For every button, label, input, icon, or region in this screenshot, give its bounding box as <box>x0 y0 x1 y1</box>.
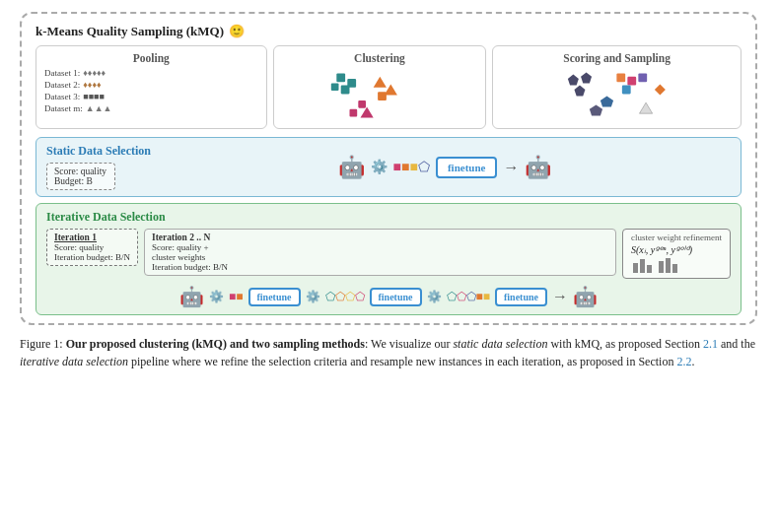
iterative-section: Iterative Data Selection Iteration 1 Sco… <box>35 203 742 315</box>
static-title: Static Data Selection <box>46 144 151 159</box>
kmq-diagram: k-Means Quality Sampling (kMQ) 🙂 Pooling… <box>20 12 757 325</box>
svg-rect-0 <box>336 74 345 83</box>
arrow-iter-final: → <box>552 288 568 305</box>
svg-rect-3 <box>330 83 338 91</box>
cluster-weight-formula: S(xᵢ, yᵍᵉⁿ, yᵍᵒˡᵈ) <box>631 244 722 255</box>
svg-marker-9 <box>360 107 373 118</box>
gear-iter-1: ⚙️ <box>209 290 224 304</box>
svg-rect-6 <box>378 92 387 100</box>
iter2n-title: Iteration 2 .. N <box>152 233 608 242</box>
static-flow: Score: quality Budget: B <box>46 163 151 190</box>
svg-rect-26 <box>672 264 677 273</box>
svg-rect-24 <box>659 261 664 273</box>
robot-icon-2: 🤖 <box>525 155 551 180</box>
pooling-dataset-m: Dataset m: ▲▲▲ <box>44 103 258 113</box>
iteration-1-box: Iteration 1 Score: quality Iteration bud… <box>46 229 138 266</box>
svg-marker-20 <box>590 104 602 115</box>
svg-rect-2 <box>340 86 349 95</box>
main-figure-container: k-Means Quality Sampling (kMQ) 🙂 Pooling… <box>20 12 757 370</box>
finetune-button-iter-3[interactable]: finetune <box>495 288 547 306</box>
gear-iter-2: ⚙️ <box>306 290 320 304</box>
finetune-button-static[interactable]: finetune <box>436 157 498 178</box>
static-shapes: ■■■⬠ <box>393 159 430 175</box>
robot-iter-final: 🤖 <box>573 285 598 308</box>
svg-rect-21 <box>633 263 638 273</box>
static-info-box: Score: quality Budget: B <box>46 163 115 190</box>
scoring-svg <box>501 68 733 122</box>
scoring-title: Scoring and Sampling <box>563 52 671 64</box>
section-link-2-1[interactable]: 2.1 <box>703 337 718 351</box>
svg-rect-7 <box>358 100 366 108</box>
svg-rect-8 <box>349 109 357 117</box>
finetune-button-iter-1[interactable]: finetune <box>248 288 301 306</box>
pooling-panel: Pooling Dataset 1: ♦♦♦♦♦ Dataset 2: ♦♦♦♦… <box>35 45 267 129</box>
svg-marker-12 <box>575 86 586 97</box>
clustering-svg <box>282 68 478 122</box>
svg-marker-19 <box>600 97 613 107</box>
svg-marker-11 <box>581 72 592 83</box>
caption-italic-2: iterative data selection <box>20 355 128 368</box>
svg-rect-23 <box>647 265 652 273</box>
figure-title: k-Means Quality Sampling (kMQ) 🙂 <box>35 24 742 39</box>
pooling-title: Pooling <box>44 52 258 64</box>
section-link-2-2[interactable]: 2.2 <box>676 355 691 368</box>
robot-iter-1: 🤖 <box>179 285 204 308</box>
svg-rect-15 <box>639 74 648 83</box>
figure-caption: Figure 1: Our proposed clustering (kMQ) … <box>20 335 757 370</box>
svg-marker-10 <box>568 75 579 86</box>
caption-italic-1: static data selection <box>453 337 547 351</box>
arrow-right-1: → <box>503 159 519 176</box>
scoring-panel: Scoring and Sampling <box>492 45 742 129</box>
cluster-weight-title: cluster weight refinement <box>631 233 722 242</box>
iterative-title: Iterative Data Selection <box>46 210 731 225</box>
iterative-bottom-row: 🤖 ⚙️ ■■ finetune ⚙️ ⬠⬠⬠⬠ finetune ⚙️ ⬠⬠⬠… <box>46 285 731 308</box>
svg-rect-13 <box>617 74 626 83</box>
iterative-top-row: Iteration 1 Score: quality Iteration bud… <box>46 229 731 279</box>
svg-marker-4 <box>373 77 386 88</box>
top-panels: Pooling Dataset 1: ♦♦♦♦♦ Dataset 2: ♦♦♦♦… <box>35 45 742 129</box>
iter1-title: Iteration 1 <box>54 233 130 242</box>
svg-rect-25 <box>666 258 671 273</box>
static-flow-main: 🤖 ⚙️ ■■■⬠ finetune → 🤖 <box>159 155 731 180</box>
svg-rect-22 <box>640 259 645 273</box>
pooling-dataset-3: Dataset 3: ■■■■ <box>44 92 258 101</box>
clustering-panel: Clustering <box>273 45 487 129</box>
svg-marker-17 <box>640 102 653 113</box>
gear-icon-1: ⚙️ <box>371 159 388 175</box>
caption-bold: Our proposed clustering (kMQ) and two sa… <box>66 337 365 351</box>
pooling-dataset-1: Dataset 1: ♦♦♦♦♦ <box>44 68 258 78</box>
iteration-2n-box: Iteration 2 .. N Score: quality + cluste… <box>144 229 616 276</box>
pooling-dataset-2: Dataset 2: ♦♦♦♦ <box>44 80 258 90</box>
clustering-title: Clustering <box>354 52 405 64</box>
svg-rect-16 <box>622 86 631 95</box>
refinement-chart <box>631 255 680 273</box>
iter-shapes-3: ⬠⬠⬠■■ <box>447 290 491 304</box>
robot-icon-1: 🤖 <box>338 155 365 180</box>
cluster-weight-box: cluster weight refinement S(xᵢ, yᵍᵉⁿ, yᵍ… <box>622 229 731 279</box>
gear-iter-3: ⚙️ <box>427 290 442 304</box>
svg-marker-18 <box>655 85 666 96</box>
static-section: Static Data Selection Score: quality Bud… <box>35 137 742 197</box>
svg-rect-14 <box>628 77 637 86</box>
iter-shapes-1: ■■ <box>229 290 244 304</box>
finetune-button-iter-2[interactable]: finetune <box>370 288 422 306</box>
iter-shapes-2: ⬠⬠⬠⬠ <box>325 290 365 304</box>
